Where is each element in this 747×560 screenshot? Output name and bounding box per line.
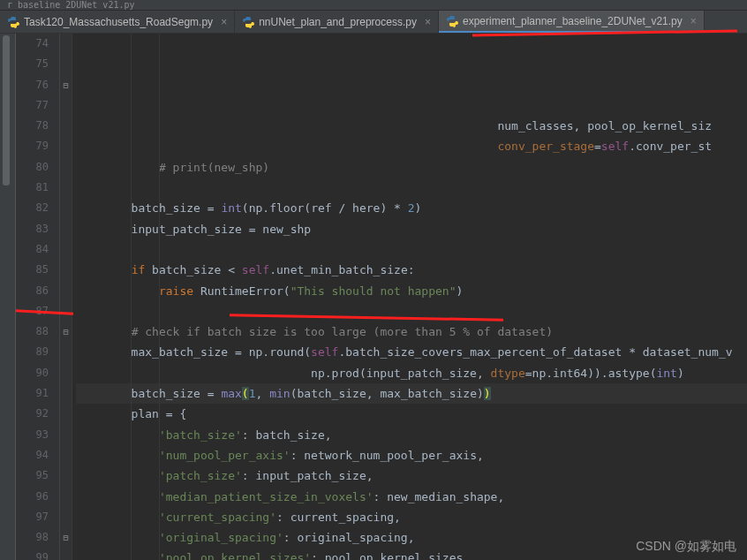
code-line[interactable]: np.prod(input_patch_size, dtype=np.int64… <box>76 363 747 383</box>
code-line[interactable]: conv_per_stage=self.conv_per_st <box>76 136 747 156</box>
fold-marker <box>60 95 72 116</box>
code-line[interactable]: num_classes, pool_op_kernel_siz <box>76 116 747 136</box>
close-icon[interactable]: × <box>421 16 431 28</box>
fold-marker <box>60 239 72 260</box>
fold-marker <box>60 54 72 74</box>
fold-marker <box>60 281 72 301</box>
python-file-icon <box>446 15 458 27</box>
fold-marker[interactable]: ⊟ <box>60 527 72 548</box>
fold-marker <box>60 219 72 239</box>
code-line[interactable]: 'original_spacing': original_spacing, <box>76 527 747 548</box>
line-number: 85 <box>16 260 49 280</box>
title-text: r_baseline_2DUNet_v21.py <box>7 0 135 10</box>
line-number-gutter: 7475767778798081828384858687888990919293… <box>16 34 60 560</box>
fold-column: ⊟⊟⊟ <box>60 34 72 560</box>
close-icon[interactable]: × <box>217 16 227 28</box>
line-number: 75 <box>16 54 49 74</box>
code-line[interactable]: # check if batch size is too large (more… <box>76 322 747 342</box>
fold-marker <box>60 157 72 178</box>
fold-marker <box>60 342 72 362</box>
fold-marker[interactable]: ⊟ <box>60 322 72 342</box>
fold-marker <box>60 178 72 198</box>
fold-marker <box>60 116 72 136</box>
line-number: 92 <box>16 404 49 424</box>
line-number: 77 <box>16 95 49 116</box>
code-line[interactable]: # print(new_shp) <box>76 157 747 178</box>
fold-marker <box>60 198 72 218</box>
line-number: 94 <box>16 445 49 465</box>
tab-0[interactable]: Task120_Massachusetts_RoadSegm.py× <box>0 11 235 33</box>
code-line[interactable]: 'current_spacing': current_spacing, <box>76 507 747 527</box>
fold-marker <box>60 507 72 527</box>
line-number: 79 <box>16 136 49 156</box>
fold-marker <box>60 260 72 280</box>
fold-marker <box>60 404 72 424</box>
line-number: 80 <box>16 157 49 178</box>
line-number: 81 <box>16 178 49 198</box>
fold-marker <box>60 363 72 383</box>
code-line[interactable]: plan = { <box>76 404 747 424</box>
line-number: 93 <box>16 425 49 445</box>
line-number: 96 <box>16 487 49 507</box>
close-icon[interactable]: × <box>687 15 697 27</box>
fold-marker <box>60 487 72 507</box>
python-file-icon <box>7 16 19 28</box>
editor-area: 7475767778798081828384858687888990919293… <box>0 34 747 560</box>
code-line[interactable]: 'median_patient_size_in_voxels': new_med… <box>76 487 747 507</box>
code-line[interactable]: 'patch_size': input_patch_size, <box>76 465 747 486</box>
code-line[interactable]: batch_size = max(1, min(batch_size, max_… <box>76 383 747 404</box>
fold-marker <box>60 425 72 445</box>
tab-label: Task120_Massachusetts_RoadSegm.py <box>24 16 213 28</box>
code-line[interactable] <box>76 178 747 198</box>
scrollbar-thumb[interactable] <box>3 35 10 185</box>
fold-marker[interactable]: ⊟ <box>60 75 72 95</box>
code-line[interactable] <box>76 301 747 322</box>
tab-1[interactable]: nnUNet_plan_and_preprocess.py× <box>235 11 439 33</box>
line-number: 87 <box>16 301 49 322</box>
code-line[interactable]: max_batch_size = np.round(self.batch_siz… <box>76 342 747 362</box>
line-number: 83 <box>16 219 49 239</box>
code-line[interactable]: 'num_pool_per_axis': network_num_pool_pe… <box>76 445 747 465</box>
line-number: 88 <box>16 322 49 342</box>
code-line[interactable] <box>76 239 747 260</box>
code-line[interactable]: raise RuntimeError("This should not happ… <box>76 281 747 301</box>
fold-marker <box>60 301 72 322</box>
line-number: 78 <box>16 116 49 136</box>
line-number: 82 <box>16 198 49 218</box>
line-number: 98 <box>16 527 49 548</box>
fold-marker <box>60 445 72 465</box>
fold-marker <box>60 34 72 54</box>
line-number: 89 <box>16 342 49 362</box>
title-bar: r_baseline_2DUNet_v21.py <box>0 0 747 11</box>
code-line[interactable]: 'batch_size': batch_size, <box>76 425 747 445</box>
fold-marker <box>60 465 72 486</box>
line-number: 95 <box>16 465 49 486</box>
fold-marker <box>60 136 72 156</box>
code-area[interactable]: num_classes, pool_op_kernel_siz conv_per… <box>72 34 747 560</box>
line-number: 74 <box>16 34 49 54</box>
left-stripe <box>0 34 16 560</box>
tab-label: nnUNet_plan_and_preprocess.py <box>259 16 417 28</box>
line-number: 97 <box>16 507 49 527</box>
code-line[interactable]: if batch_size < self.unet_min_batch_size… <box>76 260 747 280</box>
line-number: 84 <box>16 239 49 260</box>
python-file-icon <box>242 16 254 28</box>
line-number: 86 <box>16 281 49 301</box>
line-number: 99 <box>16 548 49 560</box>
code-line[interactable]: input_patch_size = new_shp <box>76 219 747 239</box>
line-number: 90 <box>16 363 49 383</box>
fold-marker <box>60 548 72 560</box>
line-number: 76 <box>16 75 49 95</box>
tab-bar: Task120_Massachusetts_RoadSegm.py×nnUNet… <box>0 11 747 34</box>
code-line[interactable]: 'pool_op_kernel_sizes': pool_op_kernel_s… <box>76 548 747 560</box>
tab-2[interactable]: experiment_planner_baseline_2DUNet_v21.p… <box>439 11 705 33</box>
fold-marker <box>60 383 72 404</box>
code-line[interactable]: batch_size = int(np.floor(ref / here) * … <box>76 198 747 218</box>
tab-label: experiment_planner_baseline_2DUNet_v21.p… <box>463 15 683 27</box>
line-number: 91 <box>16 383 49 404</box>
